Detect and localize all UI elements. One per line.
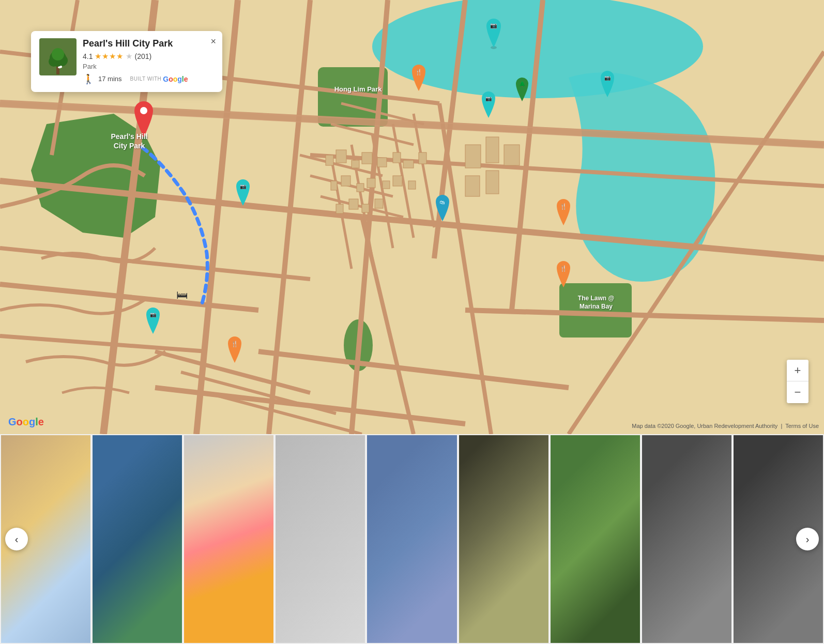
map-attribution: Map data ©2020 Google, Urban Redevelopme… — [632, 423, 819, 429]
svg-rect-63 — [465, 176, 480, 196]
photo-item-2[interactable] — [91, 434, 183, 644]
walk-time: 17 mins — [98, 75, 122, 83]
walk-icon: 🚶 — [83, 73, 94, 85]
svg-rect-44 — [362, 152, 372, 164]
photo-bg-4 — [276, 435, 365, 643]
photo-item-3[interactable] — [183, 434, 274, 644]
photo-bg-3 — [184, 435, 273, 643]
svg-rect-48 — [419, 152, 426, 164]
google-logo: Google — [8, 416, 44, 428]
walk-info: 🚶 17 mins BUILT WITH Google — [83, 73, 214, 85]
svg-rect-64 — [486, 171, 499, 194]
svg-rect-49 — [331, 181, 337, 190]
place-thumbnail — [39, 38, 77, 75]
photo-bg-6 — [459, 435, 548, 643]
built-with-label: BUILT WITH Google — [130, 75, 188, 83]
photo-next-button[interactable]: › — [796, 528, 819, 550]
zoom-controls: + − — [787, 360, 808, 403]
stars-display: ★★★★ — [95, 52, 124, 61]
svg-rect-50 — [341, 176, 350, 186]
card-info: Pearl's Hill City Park 4.1 ★★★★★ (201) P… — [83, 38, 214, 85]
photo-bg-8 — [642, 435, 731, 643]
svg-rect-59 — [375, 199, 383, 208]
svg-rect-4 — [559, 283, 632, 338]
svg-rect-41 — [326, 155, 333, 165]
chevron-right-icon: › — [806, 533, 810, 545]
chevron-left-icon: ‹ — [15, 533, 19, 545]
place-info-card: × Pearl's Hill City Park 4.1 ★★ — [31, 31, 222, 92]
photo-item-5[interactable] — [366, 434, 457, 644]
zoom-in-button[interactable]: + — [787, 360, 808, 381]
google-brand: Google — [163, 75, 188, 83]
svg-rect-54 — [393, 176, 402, 186]
card-header: Pearl's Hill City Park 4.1 ★★★★★ (201) P… — [39, 38, 214, 85]
svg-rect-55 — [408, 181, 416, 189]
place-type: Park — [83, 63, 214, 70]
built-with-text: BUILT WITH — [130, 76, 162, 82]
rating-value: 4.1 — [83, 52, 93, 60]
place-title: Pearl's Hill City Park — [83, 38, 214, 50]
svg-rect-57 — [349, 199, 358, 209]
svg-rect-58 — [362, 204, 369, 212]
svg-rect-52 — [367, 178, 375, 188]
photo-bg-2 — [93, 435, 182, 643]
map-area: Hong Lim Park Pearl's HillCity Park The … — [0, 0, 824, 434]
svg-rect-45 — [377, 158, 387, 167]
svg-rect-43 — [352, 160, 359, 168]
photo-strip: ‹ › — [0, 434, 824, 644]
svg-rect-42 — [336, 150, 346, 163]
photo-prev-button[interactable]: ‹ — [5, 528, 28, 550]
svg-rect-61 — [486, 137, 499, 163]
attribution-text: Map data ©2020 Google, Urban Redevelopme… — [632, 423, 777, 429]
svg-rect-60 — [465, 145, 481, 168]
svg-rect-56 — [336, 204, 343, 213]
photo-item-6[interactable] — [458, 434, 550, 644]
photo-item-7[interactable] — [550, 434, 641, 644]
close-button[interactable]: × — [210, 36, 216, 47]
zoom-out-button[interactable]: − — [787, 381, 808, 403]
svg-rect-51 — [357, 183, 364, 192]
photo-item-8[interactable] — [641, 434, 733, 644]
svg-rect-46 — [393, 152, 401, 163]
photo-item-4[interactable] — [274, 434, 366, 644]
svg-rect-53 — [383, 181, 390, 189]
photo-bg-7 — [551, 435, 640, 643]
svg-rect-62 — [504, 145, 520, 165]
rating-row: 4.1 ★★★★★ (201) — [83, 52, 214, 61]
photo-bg-5 — [367, 435, 456, 643]
svg-point-84 — [52, 48, 64, 60]
photo-grid — [0, 434, 824, 644]
rating-count: (201) — [134, 52, 151, 60]
star-empty: ★ — [126, 52, 132, 61]
terms-link[interactable]: Terms of Use — [785, 423, 819, 429]
svg-rect-47 — [403, 160, 414, 168]
